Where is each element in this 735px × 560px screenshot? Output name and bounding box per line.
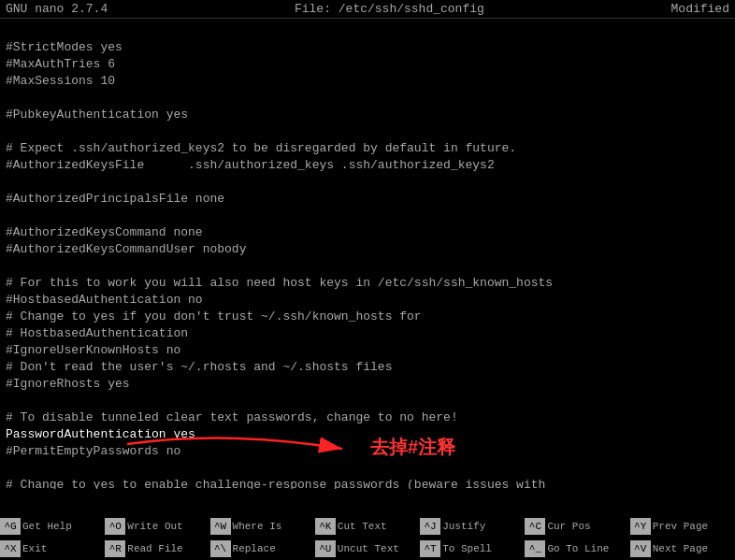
footer-row-0: ^GGet Help^OWrite Out^WWhere Is^KCut Tex… bbox=[0, 515, 735, 538]
editor-line: # Change to yes if you don't trust ~/.ss… bbox=[6, 309, 729, 325]
editor-line: #PubkeyAuthentication yes bbox=[6, 107, 729, 123]
editor-line: #IgnoreUserKnownHosts no bbox=[6, 342, 729, 359]
footer-item-0-3[interactable]: ^KCut Text bbox=[315, 515, 420, 538]
editor-line: # Change to yes to enable challenge-resp… bbox=[6, 477, 729, 489]
footer-key: ^O bbox=[105, 518, 125, 535]
editor-line: #IgnoreRhosts yes bbox=[6, 376, 729, 393]
red-arrow-svg bbox=[118, 421, 417, 467]
footer-item-1-3[interactable]: ^UUncut Text bbox=[315, 538, 420, 560]
editor-line bbox=[6, 90, 729, 107]
annotation-container: PasswordAuthentication yes去掉#注释 bbox=[6, 426, 729, 443]
editor-line: #AuthorizedPrincipalsFile none bbox=[6, 191, 729, 208]
footer-label: To Spell bbox=[442, 543, 492, 554]
footer-item-1-2[interactable]: ^\Replace bbox=[210, 538, 315, 560]
editor-line: # For this to work you will also need ho… bbox=[6, 275, 729, 292]
footer-label: Prev Page bbox=[653, 521, 708, 532]
footer-item-1-6[interactable]: ^VNext Page bbox=[630, 538, 735, 560]
editor-line bbox=[6, 174, 729, 191]
footer-key: ^K bbox=[315, 518, 336, 535]
footer-key: ^W bbox=[210, 518, 231, 535]
footer-label: Replace bbox=[233, 543, 276, 554]
editor-line: # HostbasedAuthentication bbox=[6, 325, 729, 342]
editor-line bbox=[6, 123, 729, 140]
editor-line: #MaxAuthTries 6 bbox=[6, 56, 729, 73]
editor-line bbox=[6, 393, 729, 409]
footer-label: Justify bbox=[442, 521, 485, 532]
footer-label: Next Page bbox=[653, 543, 708, 554]
editor-line: # Don't read the user's ~/.rhosts and ~/… bbox=[6, 359, 729, 376]
editor-line: #MaxSessions 10 bbox=[6, 73, 729, 90]
footer-label: Exit bbox=[22, 543, 47, 554]
footer-label: Cur Pos bbox=[547, 521, 590, 532]
footer-key: ^C bbox=[525, 518, 545, 535]
footer-label: Write Out bbox=[127, 521, 182, 532]
footer-key: ^J bbox=[420, 518, 440, 535]
footer-item-1-0[interactable]: ^XExit bbox=[0, 538, 105, 560]
footer-item-0-0[interactable]: ^GGet Help bbox=[0, 515, 105, 538]
editor-area[interactable]: #StrictModes yes#MaxAuthTries 6#MaxSessi… bbox=[0, 19, 735, 489]
footer-key: ^R bbox=[105, 540, 125, 557]
footer-label: Where Is bbox=[233, 521, 282, 532]
editor-line: # Expect .ssh/authorized_keys2 to be dis… bbox=[6, 140, 729, 157]
footer-label: Get Help bbox=[22, 521, 72, 532]
modified-status: Modified bbox=[671, 2, 729, 16]
editor-line: #AuthorizedKeysCommand none bbox=[6, 224, 729, 241]
editor-line: #AuthorizedKeysCommandUser nobody bbox=[6, 241, 729, 258]
footer-key: ^V bbox=[630, 540, 651, 557]
editor-line: #AuthorizedKeysFile .ssh/authorized_keys… bbox=[6, 157, 729, 174]
footer-key: ^Y bbox=[630, 518, 651, 535]
app-name: GNU nano 2.7.4 bbox=[6, 2, 108, 16]
file-path: File: /etc/ssh/sshd_config bbox=[295, 2, 484, 16]
footer-label: Go To Line bbox=[547, 543, 609, 554]
editor-line bbox=[6, 208, 729, 224]
editor-line: #HostbasedAuthentication no bbox=[6, 292, 729, 309]
editor-line bbox=[6, 258, 729, 275]
footer-key: ^\ bbox=[210, 540, 231, 557]
footer-key: ^U bbox=[315, 540, 336, 557]
footer-item-0-5[interactable]: ^CCur Pos bbox=[525, 515, 629, 538]
footer-item-0-1[interactable]: ^OWrite Out bbox=[105, 515, 209, 538]
footer-bar: ^GGet Help^OWrite Out^WWhere Is^KCut Tex… bbox=[0, 515, 735, 560]
footer-key: ^_ bbox=[525, 540, 545, 557]
editor-line bbox=[6, 22, 729, 39]
footer-row-1: ^XExit^RRead File^\Replace^UUncut Text^T… bbox=[0, 538, 735, 560]
footer-item-0-4[interactable]: ^JJustify bbox=[420, 515, 525, 538]
editor-line: #StrictModes yes bbox=[6, 39, 729, 56]
footer-key: ^G bbox=[0, 518, 21, 535]
footer-label: Read File bbox=[127, 543, 182, 554]
footer-item-0-2[interactable]: ^WWhere Is bbox=[210, 515, 315, 538]
footer-item-1-5[interactable]: ^_Go To Line bbox=[525, 538, 629, 560]
footer-item-1-4[interactable]: ^TTo Spell bbox=[420, 538, 525, 560]
title-bar: GNU nano 2.7.4 File: /etc/ssh/sshd_confi… bbox=[0, 0, 735, 19]
footer-item-1-1[interactable]: ^RRead File bbox=[105, 538, 209, 560]
footer-key: ^T bbox=[420, 540, 440, 557]
footer-label: Uncut Text bbox=[338, 543, 399, 554]
footer-item-0-6[interactable]: ^YPrev Page bbox=[630, 515, 735, 538]
footer-key: ^X bbox=[0, 540, 21, 557]
footer-label: Cut Text bbox=[338, 521, 387, 532]
